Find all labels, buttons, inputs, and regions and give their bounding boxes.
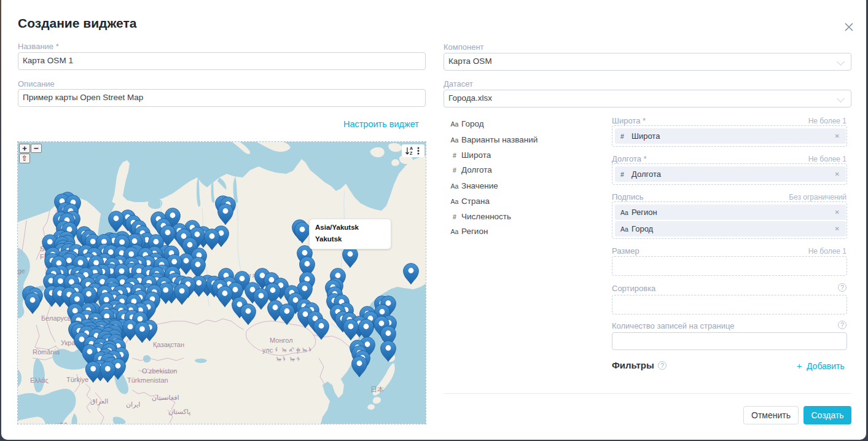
svg-text:مصر: مصر	[53, 419, 68, 424]
svg-text:پاکستان: پاکستان	[168, 408, 190, 416]
svg-text:România: România	[33, 348, 60, 356]
svg-text:日本: 日本	[370, 386, 384, 393]
svg-text:ᠤᠯᠤᠰ: ᠤᠯᠤᠰ	[276, 356, 303, 363]
svg-text:العراق: العراق	[90, 397, 108, 405]
svg-text:Z: Z	[410, 151, 413, 155]
svg-text:Ελλάς: Ελλάς	[30, 377, 49, 384]
svg-text:улс ᠮᠣᠩᠭᠣᠯ: улс ᠮᠣᠩᠭᠣᠯ	[262, 346, 315, 354]
svg-text:O‘zbekiston: O‘zbekiston	[142, 367, 177, 375]
svg-text:Монгол: Монгол	[270, 337, 293, 344]
svg-text:A: A	[410, 146, 413, 150]
svg-text:ige: ige	[18, 267, 25, 275]
svg-text:Türkiye: Türkiye	[66, 376, 88, 383]
svg-text:Қазақстан: Қазақстан	[153, 341, 184, 348]
svg-text:ايران: ايران	[126, 400, 140, 408]
svg-text:Беларусь: Беларусь	[41, 314, 71, 322]
svg-text:Türkmenistan: Türkmenistan	[127, 377, 168, 384]
svg-text:افغانستان: افغانستان	[152, 394, 179, 401]
